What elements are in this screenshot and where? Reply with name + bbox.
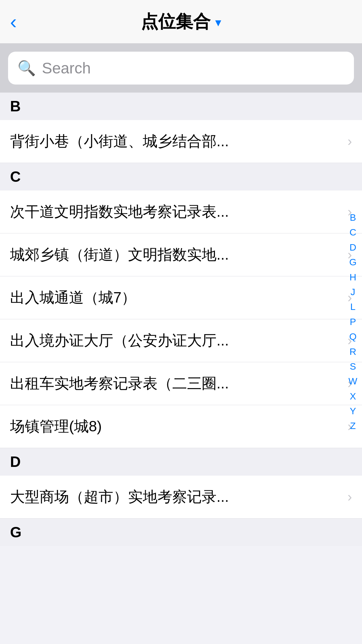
alpha-b[interactable]: B (348, 211, 357, 224)
section-header-d: D (0, 448, 362, 476)
alpha-c[interactable]: C (348, 226, 358, 239)
item-text: 出租车实地考察记录表（二三圈... (10, 374, 348, 393)
section-header-g: G (0, 519, 362, 546)
search-section: 🔍 (0, 44, 362, 93)
list-item[interactable]: 大型商场（超市）实地考察记录... › (0, 476, 362, 519)
section-letter-d: D (10, 453, 21, 470)
back-button[interactable]: ‹ (10, 12, 17, 32)
chevron-right-icon: › (348, 134, 352, 149)
alpha-y[interactable]: Y (348, 405, 357, 418)
alpha-z[interactable]: Z (349, 420, 357, 433)
list-item[interactable]: 场镇管理(城8) › (0, 405, 362, 448)
chevron-right-icon: › (348, 489, 352, 504)
alphabet-sidebar: B C D G H J L P Q R S W X Y Z (347, 211, 359, 433)
section-letter-g: G (10, 524, 21, 541)
search-bar: 🔍 (8, 52, 354, 85)
section-header-b: B (0, 93, 362, 120)
alpha-d[interactable]: D (348, 241, 358, 254)
section-letter-b: B (10, 98, 21, 115)
list-item[interactable]: 背街小巷（小街道、城乡结合部... › (0, 120, 362, 163)
list-container: B 背街小巷（小街道、城乡结合部... › C 次干道文明指数实地考察记录表..… (0, 93, 362, 546)
item-text: 出入城通道（城7） (10, 288, 348, 308)
alpha-q[interactable]: Q (348, 330, 358, 343)
alpha-h[interactable]: H (348, 271, 358, 284)
page-title: 点位集合 (141, 10, 210, 34)
list-item[interactable]: 出入境办证大厅（公安办证大厅... › (0, 319, 362, 362)
item-text: 城郊乡镇（街道）文明指数实地... (10, 245, 348, 265)
section-letter-c: C (10, 168, 21, 185)
back-arrow-icon: ‹ (10, 12, 17, 32)
header: ‹ 点位集合 ▾ (0, 0, 362, 44)
section-header-c: C (0, 163, 362, 191)
search-icon: 🔍 (17, 59, 36, 77)
alpha-p[interactable]: P (348, 315, 357, 329)
item-text: 大型商场（超市）实地考察记录... (10, 487, 348, 507)
alpha-j[interactable]: J (349, 285, 357, 299)
search-input[interactable] (42, 59, 345, 77)
item-text: 出入境办证大厅（公安办证大厅... (10, 331, 348, 351)
list-item[interactable]: 出入城通道（城7） › (0, 276, 362, 319)
alpha-l[interactable]: L (349, 300, 357, 314)
list-item[interactable]: 出租车实地考察记录表（二三圈... › (0, 362, 362, 405)
list-item[interactable]: 城郊乡镇（街道）文明指数实地... › (0, 233, 362, 276)
alpha-g[interactable]: G (348, 256, 358, 269)
item-text: 次干道文明指数实地考察记录表... (10, 202, 348, 222)
header-title: 点位集合 ▾ (141, 10, 221, 34)
alpha-s[interactable]: S (348, 360, 357, 373)
list-item[interactable]: 次干道文明指数实地考察记录表... › (0, 191, 362, 233)
item-text: 场镇管理(城8) (10, 417, 348, 436)
item-text: 背街小巷（小街道、城乡结合部... (10, 131, 348, 151)
alpha-x[interactable]: X (348, 390, 357, 403)
dropdown-icon[interactable]: ▾ (215, 15, 221, 30)
alpha-w[interactable]: W (347, 375, 359, 388)
alpha-r[interactable]: R (348, 345, 358, 359)
